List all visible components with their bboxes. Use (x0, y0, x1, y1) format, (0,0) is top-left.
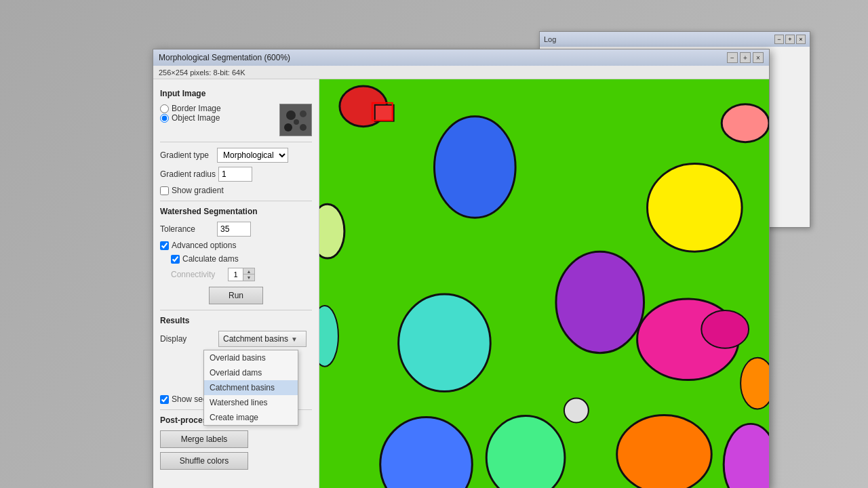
display-dropdown-menu: Overlaid basins Overlaid dams Catchment … (203, 350, 298, 426)
log-minimize-button[interactable]: − (774, 35, 784, 44)
log-close-button[interactable]: × (796, 35, 806, 44)
svg-point-1 (286, 110, 296, 120)
main-title: Morphological Segmentation (600%) (159, 53, 290, 62)
shuffle-colors-button[interactable]: Shuffle colors (160, 452, 248, 470)
svg-point-18 (741, 358, 769, 409)
tolerance-row: Tolerance (160, 222, 312, 237)
svg-point-17 (701, 310, 749, 348)
svg-point-10 (648, 164, 743, 252)
main-titlebar: Morphological Segmentation (600%) − + × (153, 49, 769, 66)
watershed-title: Watershed Segmentation (160, 207, 312, 216)
svg-point-19 (564, 398, 589, 422)
divider-2 (160, 201, 312, 201)
advanced-options-label: Advanced options (172, 241, 236, 250)
border-image-row: Border Image (160, 104, 275, 113)
calc-dams-row: Calculate dams (171, 254, 312, 264)
connectivity-input[interactable] (229, 268, 243, 281)
dropdown-item-overlaid-dams[interactable]: Overlaid dams (204, 365, 298, 380)
dropdown-arrow-icon: ▼ (291, 336, 298, 343)
advanced-options-row: Advanced options (160, 241, 312, 250)
display-dropdown-button[interactable]: Catchment basins ▼ (218, 331, 307, 347)
show-segmentation-checkbox[interactable] (160, 395, 169, 404)
gradient-radius-input[interactable] (218, 167, 252, 182)
log-title: Log (544, 35, 556, 43)
run-button[interactable]: Run (209, 287, 263, 304)
status-bar: 256×254 pixels: 8-bit: 64K (153, 66, 769, 79)
results-title: Results (160, 316, 312, 325)
log-titlebar: Log − + × (540, 32, 810, 47)
thumbnail-svg (280, 104, 312, 136)
main-content: Input Image Border Image Object Image (153, 79, 769, 488)
divider-1 (160, 142, 312, 142)
svg-point-22 (486, 415, 565, 488)
svg-point-2 (300, 110, 307, 117)
display-label: Display (160, 334, 214, 344)
main-window: Morphological Segmentation (600%) − + × … (153, 49, 770, 488)
maximize-button[interactable]: + (740, 52, 751, 63)
calc-dams-checkbox[interactable] (171, 255, 180, 264)
tolerance-label: Tolerance (160, 224, 214, 234)
svg-point-4 (300, 124, 307, 131)
tolerance-input[interactable] (217, 222, 251, 237)
merge-labels-button[interactable]: Merge labels (160, 430, 248, 448)
dropdown-item-create-image[interactable]: Create image (204, 410, 298, 425)
connectivity-row: Connectivity ▲ ▼ (171, 268, 312, 281)
input-image-row: Border Image Object Image (160, 104, 312, 136)
svg-point-12 (319, 204, 344, 258)
object-image-label: Object Image (172, 113, 220, 123)
svg-point-3 (284, 123, 292, 131)
svg-point-5 (294, 119, 299, 125)
divider-3 (160, 310, 312, 310)
svg-rect-8 (375, 105, 394, 121)
svg-point-15 (556, 251, 644, 353)
status-text: 256×254 pixels: 8-bit: 64K (159, 68, 245, 77)
display-dropdown-value: Catchment basins (223, 334, 288, 344)
advanced-options-checkbox[interactable] (160, 241, 169, 250)
display-row: Display Catchment basins ▼ Overlaid basi… (160, 331, 312, 347)
border-image-radio[interactable] (160, 104, 169, 113)
object-image-row: Object Image (160, 113, 275, 123)
advanced-options-content: Calculate dams Connectivity ▲ ▼ (171, 254, 312, 281)
left-panel: Input Image Border Image Object Image (153, 79, 319, 488)
dropdown-item-watershed-lines[interactable]: Watershed lines (204, 395, 298, 410)
gradient-radius-row: Gradient radius (160, 167, 312, 182)
gradient-type-row: Gradient type Morphological (160, 148, 312, 163)
input-image-title: Input Image (160, 89, 312, 98)
show-gradient-checkbox[interactable] (160, 186, 169, 195)
connectivity-label: Connectivity (171, 270, 225, 279)
spinbox-down-button[interactable]: ▼ (243, 274, 254, 281)
svg-point-14 (399, 294, 491, 392)
gradient-type-select[interactable]: Morphological (217, 148, 288, 163)
svg-point-11 (722, 104, 769, 142)
connectivity-spinbox: ▲ ▼ (228, 268, 255, 281)
input-image-radios: Border Image Object Image (160, 104, 275, 123)
border-image-label: Border Image (172, 104, 221, 113)
log-titlebar-buttons: − + × (774, 35, 806, 44)
show-gradient-label: Show gradient (172, 186, 224, 195)
minimize-button[interactable]: − (727, 52, 738, 63)
svg-point-20 (617, 415, 712, 488)
dropdown-item-catchment-basins[interactable]: Catchment basins (204, 380, 298, 395)
close-button[interactable]: × (753, 52, 764, 63)
dropdown-item-overlaid-basins[interactable]: Overlaid basins (204, 350, 298, 365)
svg-point-9 (434, 117, 515, 218)
gradient-type-label: Gradient type (160, 150, 214, 160)
canvas-svg (319, 79, 769, 488)
spinbox-arrows: ▲ ▼ (243, 268, 254, 281)
gradient-radius-label: Gradient radius (160, 169, 216, 179)
image-thumbnail (279, 104, 312, 136)
image-area (319, 79, 769, 488)
show-gradient-row: Show gradient (160, 186, 312, 195)
object-image-radio[interactable] (160, 114, 169, 123)
calc-dams-label: Calculate dams (182, 254, 239, 264)
log-maximize-button[interactable]: + (785, 35, 795, 44)
titlebar-buttons: − + × (727, 52, 764, 63)
spinbox-up-button[interactable]: ▲ (243, 268, 254, 274)
